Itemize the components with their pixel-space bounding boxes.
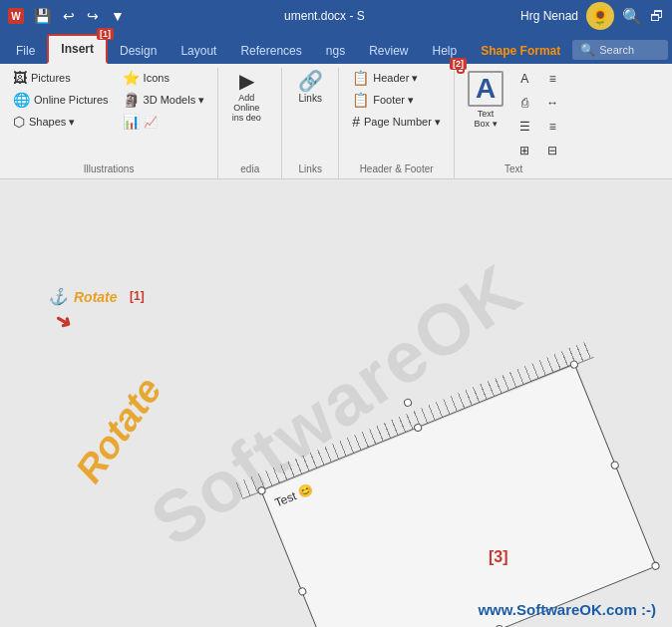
3d-models-icon: 🗿 [123, 92, 140, 108]
search-box-tab[interactable]: 🔍 Search [572, 40, 668, 60]
ribbon: 🖼 Pictures 🌐 Online Pictures ⬡ Shapes ▾ … [0, 64, 672, 179]
undo-button[interactable]: ↩ [59, 6, 79, 26]
text-items: A TextBox ▾ A ⎙ ☰ ⊞ ≡ ↔ ≡ ⊟ [463, 68, 564, 161]
footer-icon: 📋 [352, 92, 369, 108]
anchor-icon: ⚓ [48, 287, 68, 306]
ribbon-tabs: File Insert [1] Design Layout References… [0, 32, 672, 64]
tab-review[interactable]: Review [357, 38, 420, 64]
annotation-arrow: ➜ [50, 306, 77, 335]
add-video-button[interactable]: ▶ AddOnlineins deo [226, 68, 266, 126]
links-items: 🔗 Links [290, 68, 330, 161]
video-icon: ▶ [239, 71, 254, 91]
rotate-handle[interactable] [403, 398, 413, 408]
redo-button[interactable]: ↪ [83, 6, 103, 26]
illustrations-group-label: Illustrations [8, 161, 209, 174]
tab-references[interactable]: References [228, 38, 313, 64]
illustrations-items: 🖼 Pictures 🌐 Online Pictures ⬡ Shapes ▾ … [8, 68, 209, 161]
handle-tm[interactable] [413, 423, 423, 433]
add-video-label: AddOnlineins deo [232, 93, 261, 123]
handle-br[interactable] [650, 561, 660, 571]
icons-label: Icons [144, 72, 169, 84]
save-button[interactable]: 💾 [30, 6, 55, 26]
search-label: Search [599, 44, 634, 56]
tab-help[interactable]: Help [421, 38, 470, 64]
tab-insert[interactable]: Insert [1] [47, 34, 108, 64]
rotate-text-top: Rotate [74, 289, 118, 305]
chart-button-label: 📈 [144, 116, 158, 129]
rotate-diagonal-text: Rotate [68, 370, 170, 491]
textbox-button[interactable]: A TextBox ▾ [463, 68, 508, 132]
ribbon-group-media: ▶ AddOnlineins deo edia [222, 68, 282, 178]
customize-button[interactable]: ▼ [107, 6, 129, 26]
smartart-button[interactable]: 📊 📈 [118, 112, 210, 132]
tab-layout[interactable]: Layout [168, 38, 228, 64]
text-mini-8[interactable]: ⊟ [540, 140, 564, 161]
text-mini-4[interactable]: ⊞ [512, 140, 536, 161]
app-icon: W [8, 8, 24, 24]
handle-mr[interactable] [609, 460, 619, 470]
tab-design[interactable]: Design [108, 38, 168, 64]
header-footer-items: 📋 Header ▾ 📋 Footer ▾ # Page Number ▾ [347, 68, 446, 161]
username-label: Hrg Nenad [520, 9, 578, 23]
ribbon-group-header-footer: 📋 Header ▾ 📋 Footer ▾ # Page Number ▾ He… [343, 68, 455, 178]
icons-button[interactable]: ⭐ Icons [118, 68, 210, 88]
ribbon-group-text: [2] A TextBox ▾ A ⎙ ☰ ⊞ ≡ ↔ ≡ ⊟ Text [459, 68, 572, 178]
3d-models-button[interactable]: 🗿 3D Models ▾ [118, 90, 210, 110]
website-text: www.SoftwareOK.com :-) [478, 601, 656, 618]
text-mini-7[interactable]: ≡ [540, 116, 564, 138]
illustrations-col1: 🖼 Pictures 🌐 Online Pictures ⬡ Shapes ▾ [8, 68, 114, 132]
page-number-icon: # [352, 114, 360, 130]
tab-ngs[interactable]: ngs [314, 38, 357, 64]
quick-access-toolbar: 💾 ↩ ↪ ▼ [30, 6, 129, 26]
links-label: Links [299, 93, 322, 104]
links-group-label: Links [290, 161, 330, 174]
text-mini-btns: A ⎙ ☰ ⊞ [512, 68, 536, 161]
media-items: ▶ AddOnlineins deo [226, 68, 273, 161]
handle-ml[interactable] [297, 586, 307, 596]
header-button[interactable]: 📋 Header ▾ [347, 68, 446, 88]
header-footer-group-label: Header & Footer [347, 161, 446, 174]
page-number-label: Page Number ▾ [364, 116, 441, 129]
online-pictures-label: Online Pictures [34, 94, 109, 106]
text-mini-3[interactable]: ☰ [512, 116, 536, 138]
box-text: Test 😊 [273, 481, 316, 509]
user-avatar[interactable]: 🌻 [586, 2, 614, 30]
shapes-label: Shapes ▾ [29, 116, 75, 129]
illustrations-col2: ⭐ Icons 🗿 3D Models ▾ 📊 📈 [118, 68, 210, 132]
footer-button[interactable]: 📋 Footer ▾ [347, 90, 446, 110]
text-mini-2[interactable]: ⎙ [512, 92, 536, 114]
text-mini-6[interactable]: ↔ [540, 92, 564, 114]
annotation-1-label: [1] [97, 28, 114, 40]
online-pictures-button[interactable]: 🌐 Online Pictures [8, 90, 114, 110]
3d-models-label: 3D Models ▾ [144, 94, 205, 107]
shapes-button[interactable]: ⬡ Shapes ▾ [8, 112, 114, 132]
rotate-label-top: ⚓ Rotate [48, 287, 118, 306]
handle-tl[interactable] [256, 485, 266, 495]
header-label: Header ▾ [373, 72, 418, 85]
tab-shape-format[interactable]: Shape Format [469, 38, 572, 64]
textbox-label: TextBox ▾ [475, 109, 498, 129]
tab-file[interactable]: File [4, 38, 47, 64]
restore-button[interactable]: 🗗 [650, 8, 664, 24]
textbox-icon: A [468, 71, 504, 107]
title-bar-left: W 💾 ↩ ↪ ▼ [8, 6, 129, 26]
text-mini-1[interactable]: A [512, 68, 536, 90]
rotated-textbox-container: Test 😊 [260, 363, 657, 627]
page-number-button[interactable]: # Page Number ▾ [347, 112, 446, 132]
media-group-label: edia [226, 161, 273, 174]
pictures-button[interactable]: 🖼 Pictures [8, 68, 114, 88]
annotation-1-floating: [1] [130, 289, 145, 303]
header-footer-col: 📋 Header ▾ 📋 Footer ▾ # Page Number ▾ [347, 68, 446, 132]
links-button[interactable]: 🔗 Links [290, 68, 330, 107]
ribbon-group-links: 🔗 Links Links [286, 68, 339, 178]
text-mini-5[interactable]: ≡ [540, 68, 564, 90]
text-group-label: Text [463, 161, 564, 174]
annotation-3-label: [3] [489, 548, 508, 566]
document-area: SoftwareOK ⚓ Rotate Rotate Test 😊 [3] ➜ … [0, 179, 672, 627]
smartart-icon: 📊 [123, 114, 140, 130]
ribbon-group-illustrations: 🖼 Pictures 🌐 Online Pictures ⬡ Shapes ▾ … [4, 68, 218, 178]
icons-icon: ⭐ [123, 70, 140, 86]
pictures-icon: 🖼 [13, 70, 27, 86]
search-icon-title[interactable]: 🔍 [622, 7, 642, 26]
search-icon: 🔍 [580, 43, 595, 57]
